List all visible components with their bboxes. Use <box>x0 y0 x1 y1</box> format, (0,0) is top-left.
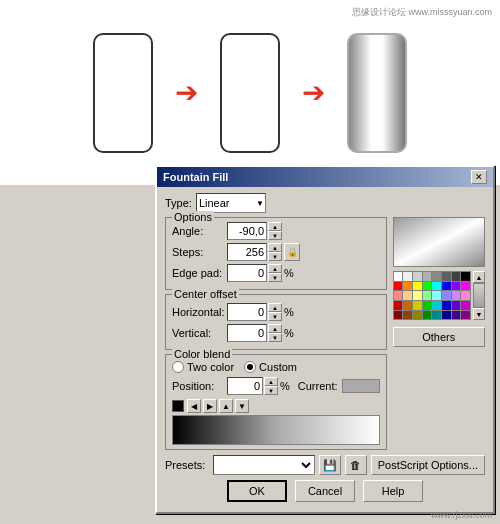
palette-color-cell[interactable] <box>394 311 403 320</box>
angle-up-btn[interactable]: ▲ <box>268 222 282 231</box>
palette-color-cell[interactable] <box>403 282 412 291</box>
palette-color-cell[interactable] <box>442 282 451 291</box>
presets-row: Presets: 💾 🗑 PostScript Options... <box>165 455 485 475</box>
palette-color-cell[interactable] <box>442 272 451 281</box>
gradient-bar[interactable] <box>172 415 380 445</box>
presets-delete-btn[interactable]: 🗑 <box>345 455 367 475</box>
palette-color-cell[interactable] <box>432 291 441 300</box>
grad-arrow-up[interactable]: ▲ <box>219 399 233 413</box>
palette-scrollbar: ▲ ▼ <box>473 271 485 320</box>
ok-button[interactable]: OK <box>227 480 287 502</box>
scroll-down-btn[interactable]: ▼ <box>473 308 485 320</box>
cancel-button[interactable]: Cancel <box>295 480 355 502</box>
presets-save-btn[interactable]: 💾 <box>319 455 341 475</box>
palette-color-cell[interactable] <box>461 282 470 291</box>
help-button[interactable]: Help <box>363 480 423 502</box>
vertical-input[interactable] <box>227 324 267 342</box>
palette-color-cell[interactable] <box>442 311 451 320</box>
scroll-up-btn[interactable]: ▲ <box>473 271 485 283</box>
angle-input[interactable] <box>227 222 267 240</box>
edge-input[interactable] <box>227 264 267 282</box>
palette-color-cell[interactable] <box>403 301 412 310</box>
palette-color-cell[interactable] <box>452 301 461 310</box>
palette-color-cell[interactable] <box>413 301 422 310</box>
edge-up-btn[interactable]: ▲ <box>268 264 282 273</box>
palette-color-cell[interactable] <box>403 291 412 300</box>
current-label: Current: <box>298 380 338 392</box>
palette-color-cell[interactable] <box>394 282 403 291</box>
palette-color-cell[interactable] <box>413 311 422 320</box>
postscript-btn[interactable]: PostScript Options... <box>371 455 485 475</box>
scroll-track[interactable] <box>473 283 485 308</box>
rect-outline <box>220 33 280 153</box>
steps-up-btn[interactable]: ▲ <box>268 243 282 252</box>
palette-color-cell[interactable] <box>394 272 403 281</box>
palette-color-cell[interactable] <box>461 311 470 320</box>
palette-color-cell[interactable] <box>394 301 403 310</box>
position-label: Position: <box>172 380 227 392</box>
palette-color-cell[interactable] <box>432 301 441 310</box>
palette-color-cell[interactable] <box>403 272 412 281</box>
arrow-2: ➔ <box>302 79 325 107</box>
palette-color-cell[interactable] <box>432 272 441 281</box>
palette-color-cell[interactable] <box>442 291 451 300</box>
vertical-label: Vertical: <box>172 327 227 339</box>
palette-color-cell[interactable] <box>403 311 412 320</box>
palette-color-cell[interactable] <box>461 291 470 300</box>
steps-lock-btn[interactable]: 🔒 <box>284 243 300 261</box>
palette-color-cell[interactable] <box>423 301 432 310</box>
color-palette <box>393 271 471 320</box>
palette-color-cell[interactable] <box>461 272 470 281</box>
position-input[interactable] <box>227 377 263 395</box>
presets-select[interactable] <box>213 455 314 475</box>
custom-radio[interactable]: Custom <box>244 361 297 373</box>
preview-box <box>393 217 485 267</box>
horizontal-input[interactable] <box>227 303 267 321</box>
edge-unit: % <box>284 267 294 279</box>
palette-color-cell[interactable] <box>452 272 461 281</box>
palette-color-cell[interactable] <box>452 291 461 300</box>
edge-spin-buttons: ▲ ▼ <box>268 264 282 282</box>
palette-color-cell[interactable] <box>423 272 432 281</box>
horizontal-unit: % <box>284 306 294 318</box>
palette-color-cell[interactable] <box>452 311 461 320</box>
grad-arrow-down[interactable]: ▼ <box>235 399 249 413</box>
horizontal-down-btn[interactable]: ▼ <box>268 312 282 321</box>
black-color-square[interactable] <box>172 400 184 412</box>
palette-color-cell[interactable] <box>413 291 422 300</box>
steps-input[interactable] <box>227 243 267 261</box>
palette-color-cell[interactable] <box>423 291 432 300</box>
dialog-body: Type: Linear Radial Conical Square Optio… <box>157 187 493 512</box>
angle-spin-buttons: ▲ ▼ <box>268 222 282 240</box>
vertical-up-btn[interactable]: ▲ <box>268 324 282 333</box>
grad-arrow-left[interactable]: ◀ <box>187 399 201 413</box>
angle-down-btn[interactable]: ▼ <box>268 231 282 240</box>
others-button[interactable]: Others <box>393 327 485 347</box>
close-button[interactable]: ✕ <box>471 170 487 184</box>
steps-down-btn[interactable]: ▼ <box>268 252 282 261</box>
type-select-wrapper[interactable]: Linear Radial Conical Square <box>196 193 266 213</box>
type-select[interactable]: Linear Radial Conical Square <box>196 193 266 213</box>
palette-color-cell[interactable] <box>413 272 422 281</box>
two-color-radio[interactable]: Two color <box>172 361 234 373</box>
current-color-swatch[interactable] <box>342 379 380 393</box>
palette-color-cell[interactable] <box>413 282 422 291</box>
palette-color-cell[interactable] <box>442 301 451 310</box>
horizontal-row: Horizontal: ▲ ▼ % <box>172 303 380 321</box>
horizontal-up-btn[interactable]: ▲ <box>268 303 282 312</box>
edge-down-btn[interactable]: ▼ <box>268 273 282 282</box>
palette-color-cell[interactable] <box>461 301 470 310</box>
palette-color-cell[interactable] <box>394 291 403 300</box>
palette-color-cell[interactable] <box>432 311 441 320</box>
palette-color-cell[interactable] <box>432 282 441 291</box>
position-up-btn[interactable]: ▲ <box>264 377 278 386</box>
palette-color-cell[interactable] <box>423 311 432 320</box>
grad-arrow-right[interactable]: ▶ <box>203 399 217 413</box>
palette-color-cell[interactable] <box>452 282 461 291</box>
position-down-btn[interactable]: ▼ <box>264 386 278 395</box>
shape-outline <box>220 33 280 153</box>
vertical-down-btn[interactable]: ▼ <box>268 333 282 342</box>
bottom-watermark: www.rjzxw.com <box>431 510 492 520</box>
bottom-buttons: OK Cancel Help <box>165 480 485 506</box>
palette-color-cell[interactable] <box>423 282 432 291</box>
